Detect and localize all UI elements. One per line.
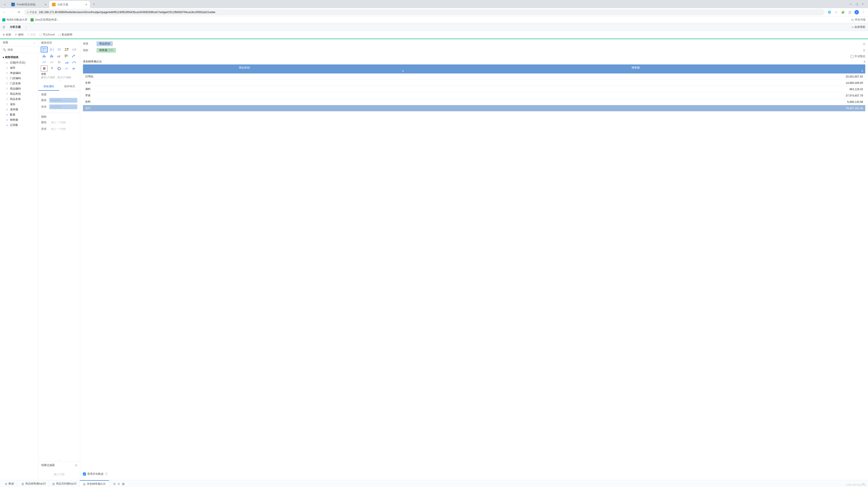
field-item[interactable]: #销售额: [0, 117, 38, 123]
chart-title[interactable]: 类别销售额占比: [83, 60, 102, 64]
component-tab[interactable]: ▥商品毛利额top10: [49, 480, 80, 487]
chart-type-column[interactable]: [41, 53, 48, 59]
resize-handle[interactable]: ⋯: [38, 80, 80, 82]
chart-type-kpi-card[interactable]: [63, 47, 70, 53]
minimize-button[interactable]: —: [849, 2, 852, 6]
lineage-button[interactable]: ⇢ 血缘视图: [851, 25, 865, 29]
resize-handle[interactable]: ⋯: [38, 459, 80, 461]
chart-type-waterfall[interactable]: [71, 53, 78, 59]
shelf-settings-icon[interactable]: ⊡: [863, 42, 865, 45]
prop-color-metric[interactable]: 颜色 拖入一个指标: [41, 120, 77, 125]
undo-button[interactable]: ↶撤销: [15, 33, 24, 37]
dim-pill[interactable]: 商品类别: [96, 41, 113, 46]
chart-type-bar[interactable]: [63, 53, 70, 59]
table-row[interactable]: 生鲜14,668,309.05: [83, 80, 865, 86]
dimension-shelf[interactable]: 维度 商品类别 ⊡: [83, 41, 865, 46]
bookmark-java[interactable]: Java互联网架构课...: [31, 18, 59, 22]
add-component-icon[interactable]: ⊞: [113, 482, 116, 485]
field-item[interactable]: T商品类别: [0, 91, 38, 96]
menu-icon[interactable]: ⋮: [862, 11, 866, 14]
col-header-category[interactable]: 商品类别⇅: [83, 64, 406, 73]
tab-finebi[interactable]: FineBI商业智能 ×: [8, 1, 49, 8]
url-box[interactable]: ⚠ 不安全 192.168.171.80:8080/finebi/decisio…: [24, 9, 825, 16]
field-item[interactable]: T省份: [0, 102, 38, 107]
field-item[interactable]: T城市: [0, 65, 38, 70]
chart-type-grouped-column[interactable]: [56, 53, 63, 59]
tab-analysis[interactable]: 分析主题 ×: [49, 1, 90, 8]
drop-zone[interactable]: 拖入一个指标: [49, 127, 77, 131]
component-tab[interactable]: ▥商品销售额top10: [18, 480, 49, 487]
reload-button[interactable]: ⟳: [17, 11, 21, 14]
profile-avatar[interactable]: •: [855, 10, 859, 14]
field-item[interactable]: T单据编码: [0, 70, 38, 76]
chart-type-area[interactable]: [63, 59, 70, 65]
chart-type-radar[interactable]: [56, 59, 63, 65]
tab-data[interactable]: ⊞ 数据: [2, 480, 18, 487]
tab-component-style[interactable]: 组件样式: [59, 83, 80, 91]
component-tab[interactable]: ▥类别销售额占比: [80, 480, 109, 487]
chart-settings-icon[interactable]: ≡: [864, 60, 865, 63]
field-item[interactable]: #成本额: [0, 107, 38, 112]
chart-type-stacked-column[interactable]: [48, 53, 55, 59]
prop-color-dim[interactable]: 颜色 商品类别: [41, 98, 77, 103]
sidepanel-icon[interactable]: ◫: [848, 11, 852, 14]
chart-type-line[interactable]: [41, 59, 48, 65]
metric-shelf[interactable]: 指标 销售额 求和 ⊡: [83, 48, 865, 53]
chart-type-group-table[interactable]: [41, 47, 48, 53]
tab-dropdown[interactable]: ⌄: [2, 2, 8, 6]
field-item[interactable]: T商品名称: [0, 96, 38, 102]
prop-color-pill[interactable]: 商品类别: [49, 98, 77, 103]
chart-type-bubble[interactable]: [71, 66, 78, 71]
new-tab-button[interactable]: +: [91, 2, 97, 6]
table-row[interactable]: 日用品20,002,807.63: [83, 73, 865, 80]
back-button[interactable]: ←: [2, 11, 7, 14]
duplicate-icon[interactable]: ⧉: [118, 482, 120, 485]
translate-icon[interactable]: 🌐: [827, 11, 831, 14]
prop-shape-pill[interactable]: 商品类别: [49, 104, 77, 109]
prop-shape-metric[interactable]: 形状 拖入一个指标: [41, 127, 77, 131]
expand-icon[interactable]: ⊡: [75, 464, 77, 467]
field-item[interactable]: #记录数: [0, 123, 38, 128]
shelf-settings-icon[interactable]: ⊡: [863, 49, 865, 52]
back-to-list-button[interactable]: [3, 26, 6, 29]
table-row[interactable]: 零食37,974,807.79: [83, 92, 865, 99]
sort-icon[interactable]: ⇅: [861, 70, 863, 72]
tab-table-attr[interactable]: 表格属性: [38, 83, 59, 91]
filter-dropzone[interactable]: 拖入字段: [38, 469, 80, 480]
explain-button[interactable]: ⬚数据解释: [58, 33, 72, 37]
bookmark-ecommerce[interactable]: 电商618数据大屏: [2, 18, 27, 22]
refresh-button[interactable]: ⟳刷新: [3, 33, 11, 37]
drop-zone[interactable]: 拖入一个指标: [49, 120, 77, 125]
field-item[interactable]: T门店编码: [0, 76, 38, 81]
field-item[interactable]: T商品编码: [0, 86, 38, 91]
chart-type-pie[interactable]: [41, 66, 48, 71]
chart-type-scatter[interactable]: [63, 66, 70, 71]
more-actions-icon[interactable]: ⋮: [25, 26, 28, 29]
chart-type-rose[interactable]: [48, 66, 55, 71]
prop-shape-dim[interactable]: 形状 商品类别: [41, 104, 77, 109]
table-row[interactable]: 调料863,126.03: [83, 86, 865, 92]
close-window-button[interactable]: ×: [862, 2, 864, 6]
chart-type-list-table[interactable]: [56, 47, 63, 53]
maximize-button[interactable]: ▢: [856, 2, 858, 6]
field-item[interactable]: ◴日期(年月日): [0, 60, 38, 65]
metric-pill[interactable]: 销售额 求和: [96, 48, 116, 53]
search-input[interactable]: [7, 48, 41, 51]
chart-type-multi-line[interactable]: [48, 59, 55, 65]
layout-icon[interactable]: ▦: [122, 482, 125, 485]
field-item[interactable]: T门店名称: [0, 81, 38, 86]
chart-type-gauge[interactable]: [71, 59, 78, 65]
scope-selector[interactable]: 全部 ⌄: [0, 39, 38, 47]
all-bookmarks[interactable]: 🗀 所有书签: [851, 18, 866, 22]
dataset-toggle[interactable]: ▾ 销售明细表: [0, 55, 38, 60]
manual-preview-checkbox[interactable]: [850, 55, 854, 58]
chart-type-text[interactable]: 123: [71, 47, 78, 53]
star-icon[interactable]: ☆: [834, 11, 838, 14]
chart-type-donut[interactable]: [56, 66, 63, 71]
close-tab-icon[interactable]: ×: [86, 3, 87, 6]
field-item[interactable]: #数量: [0, 112, 38, 117]
extensions-icon[interactable]: 🧩: [841, 11, 845, 14]
col-header-sales[interactable]: 销售额⇅: [406, 64, 865, 73]
sort-icon[interactable]: ⇅: [402, 70, 404, 72]
table-row[interactable]: 饮料5,898,130.98: [83, 99, 865, 105]
